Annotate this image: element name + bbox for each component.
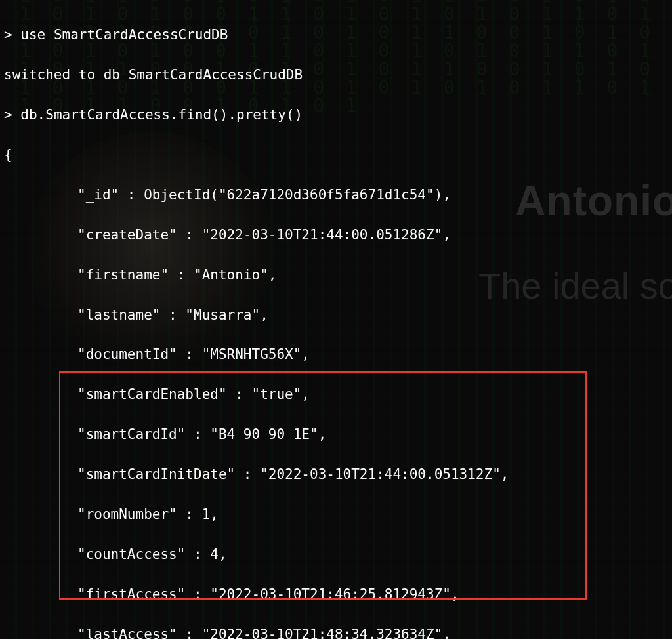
record-field: "_id" : ObjectId("622a7120d360f5fa671d1c…: [4, 185, 668, 205]
prompt-symbol: >: [4, 27, 12, 43]
record-field: "lastname" : "Musarra",: [4, 305, 668, 325]
record-field: "countAccess" : 4,: [4, 545, 668, 564]
brace-open: {: [4, 145, 668, 165]
record-field: "roomNumber" : 1,: [4, 505, 668, 524]
record-field: "documentId" : "MSRNHTG56X",: [4, 344, 668, 364]
record-field: "createDate" : "2022-03-10T21:44:00.0512…: [4, 225, 668, 245]
record-field: "smartCardEnabled" : "true",: [4, 384, 668, 404]
record-field: "smartCardInitDate" : "2022-03-10T21:44:…: [4, 464, 668, 484]
record-field: "firstname" : "Antonio",: [4, 265, 668, 285]
terminal-output[interactable]: > use SmartCardAccessCrudDB switched to …: [0, 0, 672, 639]
response-switched: switched to db SmartCardAccessCrudDB: [4, 65, 668, 85]
record-field: "lastAccess" : "2022-03-10T21:48:34.3236…: [4, 625, 668, 639]
record-field: "firstAccess" : "2022-03-10T21:46:25.812…: [4, 585, 668, 604]
command-use: use SmartCardAccessCrudDB: [20, 27, 228, 43]
command-find: db.SmartCardAccess.find().pretty(): [20, 107, 303, 123]
record-field: "smartCardId" : "B4 90 90 1E",: [4, 424, 668, 444]
prompt-symbol: >: [4, 107, 12, 123]
